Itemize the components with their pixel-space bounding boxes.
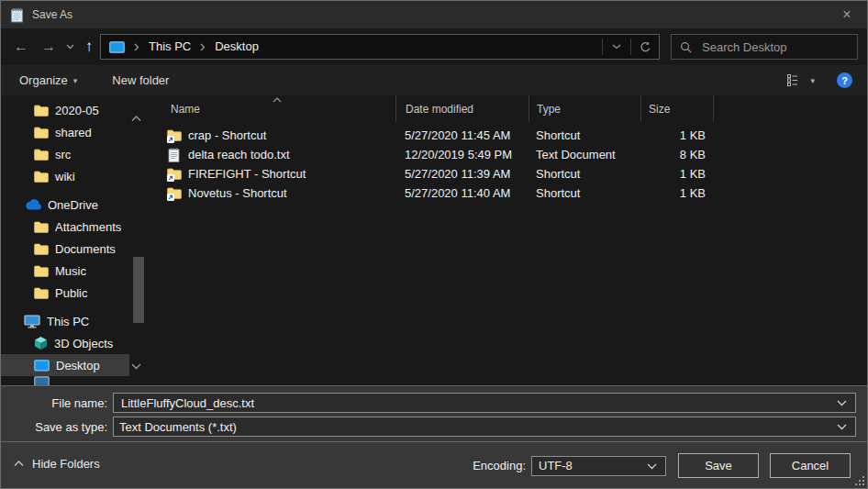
- notepad-icon: [9, 7, 25, 23]
- type-cell: Shortcut: [529, 128, 640, 142]
- save-as-dialog: Save As × ← → ↑ This PC Desktop: [0, 0, 868, 489]
- sidebar-scrollbar-thumb[interactable]: [133, 257, 144, 323]
- up-button[interactable]: ↑: [78, 34, 100, 60]
- column-header-row: Name Date modified Type Size: [157, 95, 867, 122]
- folder-icon: [34, 171, 49, 183]
- save-as-type-dropdown[interactable]: Text Documents (*.txt): [113, 417, 856, 437]
- refresh-icon: [640, 41, 651, 53]
- navigation-pane: 2020-05 shared src wiki OneDrive: [1, 95, 148, 385]
- file-name-input[interactable]: [119, 395, 855, 411]
- folder-shortcut-icon: [167, 167, 182, 182]
- file-row-novetus-shortcut[interactable]: Novetus - Shortcut 5/27/2020 11:40 AM Sh…: [157, 183, 867, 203]
- chevron-down-icon: [612, 44, 621, 50]
- file-name-cell: Novetus - Shortcut: [157, 186, 395, 201]
- date-modified-cell: 5/27/2020 11:45 AM: [395, 128, 529, 142]
- sidebar-item-this-pc[interactable]: This PC: [1, 310, 148, 332]
- refresh-button[interactable]: [631, 35, 659, 59]
- title-bar: Save As ×: [1, 1, 867, 28]
- file-row-firefight-shortcut[interactable]: FIREFIGHT - Shortcut 5/27/2020 11:39 AM …: [157, 164, 867, 183]
- onedrive-icon: [24, 199, 41, 210]
- folder-tree: 2020-05 shared src wiki OneDrive: [1, 95, 148, 385]
- date-modified-cell: 12/20/2019 5:49 PM: [395, 148, 529, 161]
- sidebar-item-shared[interactable]: shared: [1, 121, 148, 143]
- column-header-type[interactable]: Type: [529, 95, 640, 122]
- forward-button[interactable]: →: [36, 34, 61, 60]
- this-pc-icon: [24, 315, 40, 328]
- search-input[interactable]: [700, 39, 849, 55]
- dialog-footer: Hide Folders Encoding: UTF-8 Save Cancel: [1, 441, 867, 488]
- file-name-cell: crap - Shortcut: [157, 128, 395, 143]
- sidebar-item-documents[interactable]: Documents: [1, 238, 148, 260]
- desktop-icon: [34, 360, 50, 372]
- folder-icon: [34, 243, 49, 255]
- chevron-down-icon: ▾: [73, 76, 78, 85]
- column-header-size[interactable]: Size: [640, 95, 714, 122]
- save-button[interactable]: Save: [678, 453, 759, 478]
- sidebar-item-desktop[interactable]: Desktop: [1, 354, 129, 376]
- chevron-down-icon: [66, 44, 74, 50]
- date-modified-cell: 5/27/2020 11:40 AM: [395, 186, 529, 200]
- file-name-cell: FIREFIGHT - Shortcut: [157, 167, 395, 182]
- folder-icon: [34, 287, 49, 299]
- sidebar-item-3d-objects[interactable]: 3D Objects: [1, 332, 148, 354]
- monitor-icon: [34, 376, 50, 385]
- file-row-crap-shortcut[interactable]: crap - Shortcut 5/27/2020 11:45 AM Short…: [157, 126, 867, 145]
- back-button[interactable]: ←: [8, 34, 34, 60]
- organize-button[interactable]: Organize ▾: [19, 73, 77, 87]
- encoding-label: Encoding:: [473, 459, 526, 472]
- shortcut-arrow-overlay-icon: [167, 136, 174, 143]
- scroll-down-button[interactable]: [128, 360, 144, 372]
- type-cell: Text Document: [529, 148, 640, 161]
- footer-actions: Encoding: UTF-8 Save Cancel: [473, 453, 851, 478]
- address-bar[interactable]: This PC Desktop: [100, 34, 660, 60]
- 3d-objects-icon: [34, 336, 48, 350]
- size-cell: 1 KB: [640, 186, 714, 200]
- breadcrumb-this-pc[interactable]: This PC: [143, 35, 196, 59]
- sidebar-item-onedrive[interactable]: OneDrive: [1, 194, 148, 216]
- chevron-down-icon[interactable]: [837, 400, 847, 406]
- breadcrumb-chevron-icon: [130, 43, 143, 51]
- breadcrumb-chevron-icon: [196, 43, 209, 51]
- folder-shortcut-icon: [167, 128, 182, 143]
- file-row-delta-reach-todo[interactable]: delta reach todo.txt 12/20/2019 5:49 PM …: [157, 145, 867, 164]
- sidebar-item-src[interactable]: src: [1, 143, 148, 165]
- scroll-up-button[interactable]: [128, 112, 144, 125]
- folder-icon: [34, 127, 49, 139]
- view-dropdown-button[interactable]: ▾: [810, 76, 815, 85]
- recent-locations-button[interactable]: [61, 34, 78, 60]
- sidebar-item-music[interactable]: Music: [1, 260, 148, 282]
- address-dropdown-button[interactable]: [603, 35, 630, 59]
- search-icon: [680, 41, 692, 53]
- sidebar-item-attachments[interactable]: Attachments: [1, 216, 148, 238]
- help-button[interactable]: ?: [837, 72, 852, 88]
- column-header-name[interactable]: Name: [157, 95, 395, 122]
- size-cell: 1 KB: [640, 128, 714, 142]
- type-cell: Shortcut: [529, 167, 640, 181]
- folder-icon: [34, 149, 49, 161]
- breadcrumb-desktop[interactable]: Desktop: [209, 35, 264, 59]
- file-list: Name Date modified Type Size crap - Shor…: [157, 95, 867, 203]
- folder-shortcut-icon: [167, 186, 182, 201]
- encoding-dropdown[interactable]: UTF-8: [531, 456, 666, 476]
- sidebar-item-public[interactable]: Public: [1, 282, 148, 304]
- file-rows: crap - Shortcut 5/27/2020 11:45 AM Short…: [157, 126, 867, 203]
- size-cell: 8 KB: [640, 148, 714, 161]
- sidebar-item-2020-05[interactable]: 2020-05: [1, 99, 148, 121]
- size-cell: 1 KB: [640, 167, 714, 181]
- close-button[interactable]: ×: [827, 1, 867, 28]
- hide-folders-button[interactable]: Hide Folders: [14, 457, 100, 471]
- sidebar-item-partial[interactable]: [1, 376, 148, 385]
- shortcut-arrow-overlay-icon: [167, 174, 174, 182]
- sidebar-item-wiki[interactable]: wiki: [1, 165, 148, 187]
- details-view-icon[interactable]: [787, 74, 801, 86]
- resize-grip[interactable]: [854, 475, 864, 485]
- file-name-combo[interactable]: [113, 393, 856, 413]
- file-name-label: File name:: [1, 396, 113, 410]
- hide-folders-label: Hide Folders: [32, 457, 100, 471]
- text-document-icon: [167, 148, 182, 162]
- new-folder-button[interactable]: New folder: [112, 73, 169, 87]
- folder-icon: [34, 105, 49, 117]
- cancel-button[interactable]: Cancel: [770, 453, 851, 478]
- address-bar-controls: [602, 35, 659, 59]
- column-header-date-modified[interactable]: Date modified: [395, 95, 529, 122]
